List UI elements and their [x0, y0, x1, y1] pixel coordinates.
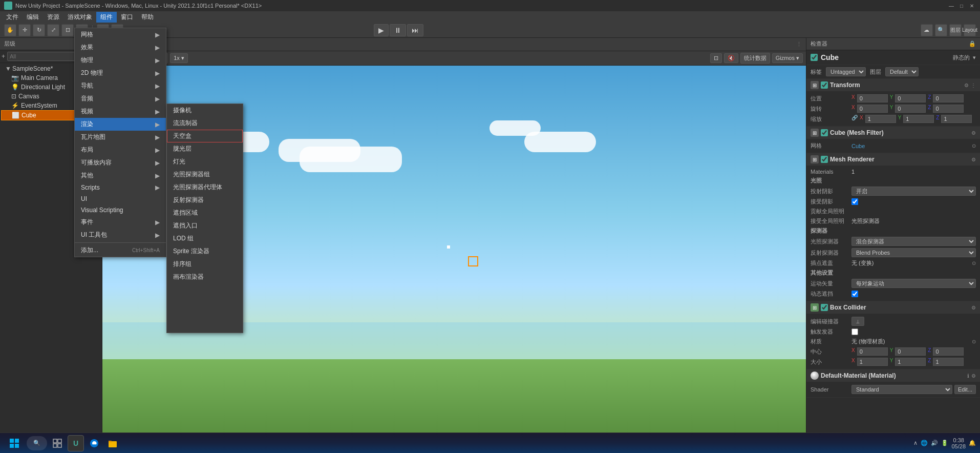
cast-shadows-select[interactable]: 开启 [851, 187, 976, 196]
mesh-renderer-checkbox[interactable] [821, 156, 828, 163]
sub-sorting-group[interactable]: 排序组 [167, 258, 243, 271]
component-gear-icon[interactable]: ⚙ [964, 83, 969, 88]
taskview-icon[interactable] [49, 435, 66, 451]
cm-misc[interactable]: 其他 ▶ [75, 169, 166, 182]
rot-x[interactable] [857, 105, 888, 113]
hand-tool[interactable]: ✋ [4, 24, 16, 36]
box-collider-header[interactable]: ⊞ Box Collider ⚙ [806, 301, 980, 314]
cm-nav[interactable]: 导航 ▶ [75, 79, 166, 92]
rot-z[interactable] [933, 105, 964, 113]
scale-x[interactable] [865, 115, 896, 123]
cm-playable[interactable]: 可播放内容 ▶ [75, 156, 166, 169]
material-info-icon[interactable]: ℹ [967, 373, 969, 379]
sub-canvas-renderer[interactable]: 画布渲染器 [167, 271, 243, 283]
maximize-button[interactable]: ⊡ [710, 53, 722, 63]
mesh-renderer-header[interactable]: ⊞ Mesh Renderer ⚙ [806, 153, 980, 166]
cm-uitoolkit[interactable]: UI 工具包 ▶ [75, 229, 166, 241]
mesh-renderer-gear-icon[interactable]: ⚙ [971, 157, 976, 162]
search-btn[interactable]: 🔍 [935, 24, 947, 36]
cm-add[interactable]: 添加... Ctrl+Shift+A [75, 244, 166, 257]
cm-physics2d[interactable]: 2D 物理 ▶ [75, 67, 166, 79]
menu-window[interactable]: 窗口 [117, 12, 137, 23]
layer-select[interactable]: Default [885, 67, 919, 76]
static-dropdown-icon[interactable]: ▾ [973, 54, 976, 61]
sub-reflection-probe[interactable]: 反射探测器 [167, 194, 243, 207]
view-options-icon[interactable]: ⋮ [796, 41, 802, 48]
scale-tool[interactable]: ⤢ [47, 24, 59, 36]
cm-effects[interactable]: 效果 ▶ [75, 41, 166, 54]
gizmos-button[interactable]: Gizmos ▾ [772, 53, 803, 63]
sub-light-probe-group[interactable]: 光照探测器组 [167, 168, 243, 181]
menu-component[interactable]: 组件 [96, 12, 117, 23]
shader-select[interactable]: Standard [851, 385, 952, 394]
cm-video[interactable]: 视频 ▶ [75, 105, 166, 118]
center-y[interactable] [895, 347, 926, 356]
up-arrow-icon[interactable]: ∧ [913, 440, 918, 446]
sub-flare-layer[interactable]: 流流制器 [167, 117, 243, 130]
stats-button[interactable]: 统计数据 [740, 53, 770, 64]
move-tool[interactable]: ✛ [18, 24, 31, 36]
play-button[interactable]: ▶ [374, 24, 389, 36]
file-explorer-icon[interactable] [104, 435, 121, 451]
center-z[interactable] [933, 347, 964, 356]
transform-header[interactable]: ⊞ Transform ⚙ ⋮ [806, 79, 980, 91]
cm-ui[interactable]: UI [75, 193, 166, 204]
menu-assets[interactable]: 资源 [43, 12, 63, 23]
cm-mesh[interactable]: 网格 ▶ [75, 28, 166, 41]
cm-visual-scripting[interactable]: Visual Scripting [75, 204, 166, 216]
cm-render[interactable]: 渲染 ▶ [75, 118, 166, 131]
rotate-tool[interactable]: ↻ [33, 24, 45, 36]
unity-taskbar-icon[interactable]: U [68, 435, 84, 451]
collab-btn[interactable]: ☁ [921, 24, 933, 36]
size-y[interactable] [895, 358, 926, 366]
layers-btn[interactable]: 图层 [949, 24, 962, 36]
scale-y[interactable] [903, 115, 934, 123]
collider-material-target-icon[interactable]: ⊙ [972, 339, 976, 344]
trigger-checkbox[interactable] [851, 328, 858, 335]
tag-select[interactable]: Untagged [826, 67, 866, 76]
cm-layout[interactable]: 布局 ▶ [75, 143, 166, 156]
close-button[interactable]: ✕ [968, 2, 976, 10]
box-collider-checkbox[interactable] [821, 304, 828, 311]
reflection-probe-select[interactable]: Blend Probes [851, 248, 976, 257]
layout-btn[interactable]: Layout [964, 24, 976, 36]
material-gear-icon[interactable]: ⚙ [971, 373, 976, 379]
inspector-lock-icon[interactable]: 🔒 [969, 40, 976, 47]
scale-z[interactable] [941, 115, 972, 123]
menu-help[interactable]: 帮助 [137, 12, 158, 23]
mesh-filter-gear-icon[interactable]: ⚙ [971, 130, 976, 136]
cm-tilemap[interactable]: 瓦片地图 ▶ [75, 131, 166, 143]
edit-shader-btn[interactable]: Edit... [954, 385, 976, 394]
cm-scripts[interactable]: Scripts ▶ [75, 182, 166, 193]
pos-x[interactable] [857, 94, 888, 102]
mute-button[interactable]: 🔇 [724, 53, 738, 63]
mesh-filter-header[interactable]: ⊞ Cube (Mesh Filter) ⚙ [806, 127, 980, 139]
minimize-button[interactable]: — [947, 2, 955, 10]
component-dots-icon[interactable]: ⋮ [971, 83, 976, 88]
edge-icon[interactable] [86, 435, 102, 451]
taskbar-search[interactable]: 🔍 [27, 436, 47, 450]
motion-vectors-select[interactable]: 每对象运动 [851, 279, 976, 288]
edit-collider-btn[interactable]: ⟂ [851, 317, 864, 326]
sub-camera[interactable]: 摄像机 [167, 104, 243, 117]
start-button[interactable] [4, 435, 25, 451]
cm-physics[interactable]: 物理 ▶ [75, 54, 166, 67]
volume-icon[interactable]: 🔊 [931, 440, 938, 446]
battery-icon[interactable]: 🔋 [941, 440, 948, 446]
mesh-value[interactable]: Cube [851, 143, 972, 149]
inspector-scroll[interactable]: Cube 静态的 ▾ 标签 Untagged 图层 Default ⊞ [806, 50, 980, 433]
sub-occlusion[interactable]: 胧光层 [167, 142, 243, 155]
network-icon[interactable]: 🌐 [921, 440, 928, 446]
sub-skybox[interactable]: 天空盒 [167, 130, 243, 142]
mesh-target-icon[interactable]: ⊙ [972, 143, 976, 149]
size-x[interactable] [857, 358, 888, 366]
menu-edit[interactable]: 编辑 [23, 12, 43, 23]
receive-shadows-checkbox[interactable] [851, 198, 858, 205]
maximize-button[interactable]: □ [957, 2, 966, 10]
size-z[interactable] [933, 358, 964, 366]
cm-events[interactable]: 事件 ▶ [75, 216, 166, 229]
cm-audio[interactable]: 音频 ▶ [75, 92, 166, 105]
box-collider-gear-icon[interactable]: ⚙ [971, 305, 976, 311]
sub-occlusion-area[interactable]: 遮挡区域 [167, 207, 243, 219]
object-active-checkbox[interactable] [811, 54, 818, 61]
